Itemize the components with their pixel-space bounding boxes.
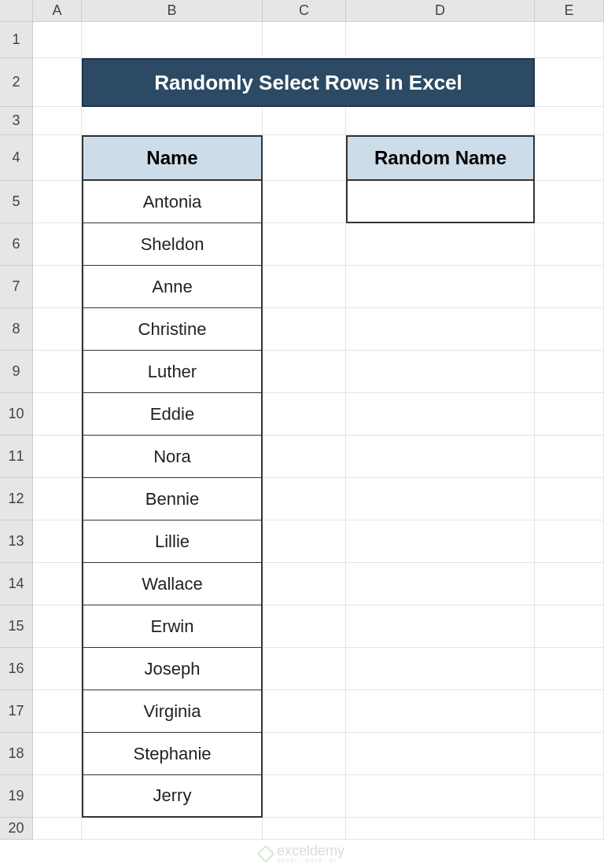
cell-E18[interactable] <box>535 733 604 775</box>
row-header-3[interactable]: 3 <box>0 107 33 135</box>
cell-A20[interactable] <box>33 818 82 840</box>
name-column-header[interactable]: Name <box>82 135 263 181</box>
name-cell[interactable]: Bennie <box>82 478 263 520</box>
cell-A7[interactable] <box>33 266 82 308</box>
row-header-6[interactable]: 6 <box>0 223 33 266</box>
cell-A16[interactable] <box>33 648 82 690</box>
name-cell[interactable]: Luther <box>82 351 263 393</box>
row-header-18[interactable]: 18 <box>0 733 33 775</box>
row-header-11[interactable]: 11 <box>0 436 33 478</box>
name-cell[interactable]: Stephanie <box>82 733 263 775</box>
cell-E1[interactable] <box>535 22 604 58</box>
cell-A1[interactable] <box>33 22 82 58</box>
cell-E7[interactable] <box>535 266 604 308</box>
title-banner[interactable]: Randomly Select Rows in Excel <box>82 58 535 107</box>
row-header-4[interactable]: 4 <box>0 135 33 181</box>
cell-D8[interactable] <box>346 308 535 351</box>
cell-E13[interactable] <box>535 520 604 563</box>
cell-C18[interactable] <box>263 733 346 775</box>
cell-C11[interactable] <box>263 436 346 478</box>
row-header-5[interactable]: 5 <box>0 181 33 223</box>
row-header-15[interactable]: 15 <box>0 605 33 648</box>
cell-A10[interactable] <box>33 393 82 436</box>
cell-E5[interactable] <box>535 181 604 223</box>
cell-E3[interactable] <box>535 107 604 135</box>
name-cell[interactable]: Virginia <box>82 690 263 733</box>
cell-E11[interactable] <box>535 436 604 478</box>
cell-A8[interactable] <box>33 308 82 351</box>
row-header-14[interactable]: 14 <box>0 563 33 605</box>
name-cell[interactable]: Sheldon <box>82 223 263 266</box>
cell-C5[interactable] <box>263 181 346 223</box>
cell-A17[interactable] <box>33 690 82 733</box>
cell-A12[interactable] <box>33 478 82 520</box>
cell-D1[interactable] <box>346 22 535 58</box>
cell-C15[interactable] <box>263 605 346 648</box>
name-cell[interactable]: Joseph <box>82 648 263 690</box>
cell-E10[interactable] <box>535 393 604 436</box>
cell-D14[interactable] <box>346 563 535 605</box>
cell-D16[interactable] <box>346 648 535 690</box>
row-header-20[interactable]: 20 <box>0 818 33 840</box>
row-header-12[interactable]: 12 <box>0 478 33 520</box>
cell-C9[interactable] <box>263 351 346 393</box>
name-cell[interactable]: Eddie <box>82 393 263 436</box>
cell-A4[interactable] <box>33 135 82 181</box>
cell-E16[interactable] <box>535 648 604 690</box>
cell-E19[interactable] <box>535 775 604 818</box>
cell-D3[interactable] <box>346 107 535 135</box>
cell-C6[interactable] <box>263 223 346 266</box>
cell-C19[interactable] <box>263 775 346 818</box>
cell-E8[interactable] <box>535 308 604 351</box>
cell-D15[interactable] <box>346 605 535 648</box>
cell-A19[interactable] <box>33 775 82 818</box>
cell-E20[interactable] <box>535 818 604 840</box>
cell-C13[interactable] <box>263 520 346 563</box>
cell-E9[interactable] <box>535 351 604 393</box>
name-cell[interactable]: Wallace <box>82 563 263 605</box>
cell-C3[interactable] <box>263 107 346 135</box>
cell-C10[interactable] <box>263 393 346 436</box>
cell-C20[interactable] <box>263 818 346 840</box>
cell-A18[interactable] <box>33 733 82 775</box>
cell-A3[interactable] <box>33 107 82 135</box>
row-header-17[interactable]: 17 <box>0 690 33 733</box>
cell-D13[interactable] <box>346 520 535 563</box>
cell-D10[interactable] <box>346 393 535 436</box>
cell-C4[interactable] <box>263 135 346 181</box>
name-cell[interactable]: Anne <box>82 266 263 308</box>
cell-D7[interactable] <box>346 266 535 308</box>
cell-A13[interactable] <box>33 520 82 563</box>
cell-D18[interactable] <box>346 733 535 775</box>
random-name-cell[interactable] <box>346 181 535 223</box>
cell-D11[interactable] <box>346 436 535 478</box>
row-header-1[interactable]: 1 <box>0 22 33 58</box>
cell-B3[interactable] <box>82 107 263 135</box>
cell-D6[interactable] <box>346 223 535 266</box>
cell-A9[interactable] <box>33 351 82 393</box>
cell-C14[interactable] <box>263 563 346 605</box>
cell-B20[interactable] <box>82 818 263 840</box>
cell-A5[interactable] <box>33 181 82 223</box>
random-name-header[interactable]: Random Name <box>346 135 535 181</box>
cell-D9[interactable] <box>346 351 535 393</box>
cell-E4[interactable] <box>535 135 604 181</box>
col-header-C[interactable]: C <box>263 0 346 22</box>
cell-D20[interactable] <box>346 818 535 840</box>
cell-C12[interactable] <box>263 478 346 520</box>
select-all-corner[interactable] <box>0 0 33 22</box>
cell-B1[interactable] <box>82 22 263 58</box>
cell-E2[interactable] <box>535 58 604 107</box>
cell-D19[interactable] <box>346 775 535 818</box>
row-header-7[interactable]: 7 <box>0 266 33 308</box>
name-cell[interactable]: Lillie <box>82 520 263 563</box>
cell-A14[interactable] <box>33 563 82 605</box>
col-header-A[interactable]: A <box>33 0 82 22</box>
row-header-10[interactable]: 10 <box>0 393 33 436</box>
cell-D17[interactable] <box>346 690 535 733</box>
cell-C7[interactable] <box>263 266 346 308</box>
cell-C8[interactable] <box>263 308 346 351</box>
row-header-2[interactable]: 2 <box>0 58 33 107</box>
row-header-13[interactable]: 13 <box>0 520 33 563</box>
col-header-D[interactable]: D <box>346 0 535 22</box>
